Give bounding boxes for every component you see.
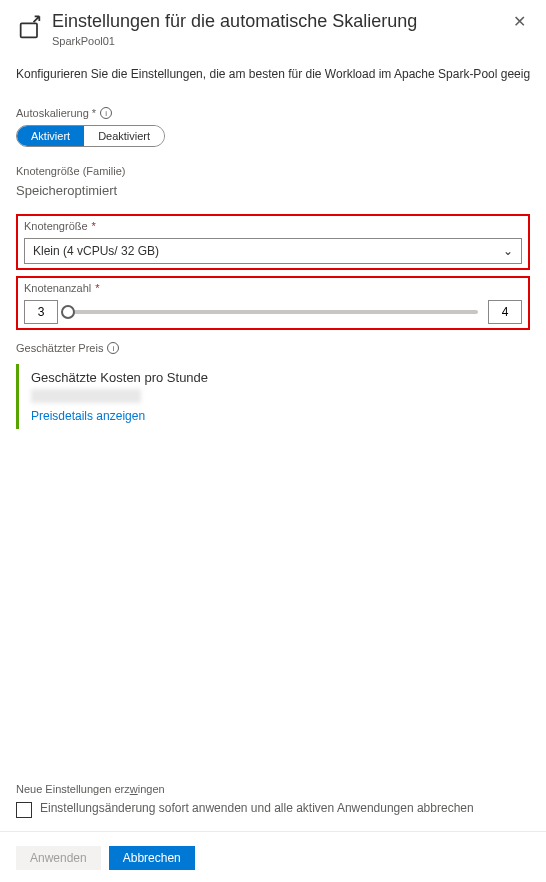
cancel-button[interactable]: Abbrechen <box>109 846 195 870</box>
price-value-blurred <box>31 389 141 403</box>
close-button[interactable]: ✕ <box>509 10 530 34</box>
node-family-value: Speicheroptimiert <box>16 183 530 198</box>
required-asterisk: * <box>92 220 96 232</box>
node-count-label-text: Knotenanzahl <box>24 282 91 294</box>
force-apply-checkbox[interactable] <box>16 802 32 818</box>
node-size-label-text: Knotengröße <box>24 220 88 232</box>
node-size-value: Klein (4 vCPUs/ 32 GB) <box>33 244 159 258</box>
autoscale-label: Autoskalierung * i <box>16 107 530 119</box>
node-size-label: Knotengröße * <box>24 220 522 232</box>
force-settings-label: Neue Einstellungen erzwingen <box>16 783 530 795</box>
panel-subtitle: SparkPool01 <box>52 35 509 47</box>
price-section: Geschätzte Kosten pro Stunde Preisdetail… <box>16 364 530 429</box>
apply-button[interactable]: Anwenden <box>16 846 101 870</box>
price-label: Geschätzter Preis i <box>16 342 530 354</box>
footer-divider <box>0 831 546 832</box>
svg-rect-0 <box>21 23 37 37</box>
autoscale-toggle[interactable]: Aktiviert Deaktiviert <box>16 125 165 147</box>
scale-icon <box>16 14 44 42</box>
chevron-down-icon: ⌄ <box>503 244 513 258</box>
info-icon[interactable]: i <box>100 107 112 119</box>
price-label-text: Geschätzter Preis <box>16 342 103 354</box>
node-size-select[interactable]: Klein (4 vCPUs/ 32 GB) ⌄ <box>24 238 522 264</box>
price-details-link[interactable]: Preisdetails anzeigen <box>31 409 530 423</box>
node-count-highlight: Knotenanzahl * <box>16 276 530 330</box>
node-count-max-input[interactable] <box>488 300 522 324</box>
node-family-label: Knotengröße (Familie) <box>16 165 530 177</box>
price-title: Geschätzte Kosten pro Stunde <box>31 370 530 385</box>
required-asterisk: * <box>95 282 99 294</box>
node-count-slider[interactable] <box>68 310 478 314</box>
autoscale-enabled-option[interactable]: Aktiviert <box>17 126 84 146</box>
force-apply-label: Einstellungsänderung sofort anwenden und… <box>40 801 530 815</box>
description-text: Konfigurieren Sie die Einstellungen, die… <box>16 67 530 81</box>
autoscale-label-text: Autoskalierung * <box>16 107 96 119</box>
info-icon[interactable]: i <box>107 342 119 354</box>
node-count-label: Knotenanzahl * <box>24 282 522 294</box>
node-count-min-input[interactable] <box>24 300 58 324</box>
panel-title: Einstellungen für die automatische Skali… <box>52 10 509 33</box>
node-size-highlight: Knotengröße * Klein (4 vCPUs/ 32 GB) ⌄ <box>16 214 530 270</box>
autoscale-disabled-option[interactable]: Deaktiviert <box>84 126 164 146</box>
slider-thumb[interactable] <box>61 305 75 319</box>
force-settings-label-text: Neue Einstellungen erzwingen <box>16 783 165 795</box>
